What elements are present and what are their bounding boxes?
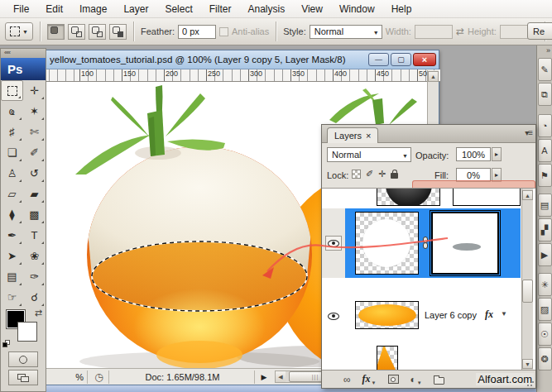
menu-item-analysis[interactable]: Analysis xyxy=(239,1,293,17)
lock-transparency-icon[interactable] xyxy=(352,170,361,179)
layer-comps-panel-icon[interactable]: ▞ xyxy=(538,218,552,241)
menu-item-filter[interactable]: Filter xyxy=(201,1,240,17)
dock-expand-icon[interactable]: » xyxy=(537,45,552,56)
horizontal-ruler[interactable]: 100150200250300350400450500 xyxy=(38,69,440,82)
visibility-toggle[interactable] xyxy=(324,308,343,324)
rectangular-marquee-tool[interactable] xyxy=(1,80,23,101)
layer-row-partial-bottom[interactable] xyxy=(322,342,521,370)
scroll-thumb[interactable] xyxy=(522,280,533,303)
menu-item-layer[interactable]: Layer xyxy=(115,1,156,17)
layers-list-scrollbar[interactable]: ▲ ▼ xyxy=(521,189,533,370)
link-mask-icon[interactable] xyxy=(422,237,429,250)
panel-menu-icon[interactable]: ▾≡ xyxy=(525,128,532,137)
default-colors-icon[interactable] xyxy=(2,340,11,347)
blend-mode-select[interactable]: Normal▼ xyxy=(327,147,411,162)
menu-item-window[interactable]: Window xyxy=(331,1,383,17)
lock-all-icon[interactable] xyxy=(391,173,398,179)
layer-name[interactable]: Layer 6 copy xyxy=(425,310,477,320)
anti-alias-checkbox[interactable] xyxy=(219,27,228,36)
layers-tab[interactable]: Layers × xyxy=(327,127,378,143)
scroll-down-icon[interactable]: ▼ xyxy=(522,359,533,369)
pen-tool[interactable]: ✒ xyxy=(1,225,23,246)
layer-thumbnail[interactable] xyxy=(355,301,419,329)
swap-dimensions-icon[interactable]: ⇄ xyxy=(456,26,464,37)
layer-thumbnail[interactable] xyxy=(377,188,440,206)
tool-preset-picker[interactable]: ▼ xyxy=(5,22,33,41)
eraser-tool[interactable]: ▱ xyxy=(1,184,23,204)
layer-thumbnail[interactable] xyxy=(355,212,419,275)
gradient-tool[interactable]: ▰ xyxy=(23,184,46,204)
custom-shape-tool[interactable]: ❀ xyxy=(23,246,46,266)
menu-item-select[interactable]: Select xyxy=(156,1,200,17)
info-panel-icon[interactable]: ☉ xyxy=(538,323,552,346)
scroll-left-icon[interactable]: ◀ xyxy=(276,371,286,382)
zoom-tool[interactable]: ☌ xyxy=(23,287,46,308)
panel-resize-grip[interactable] xyxy=(526,379,535,387)
menu-item-help[interactable]: Help xyxy=(383,1,420,17)
layer-mask-thumbnail[interactable] xyxy=(453,188,521,206)
toolbox-collapse-bar[interactable]: «« xyxy=(1,49,46,58)
adjustment-layer-icon[interactable]: ◐▼ xyxy=(410,374,422,385)
new-selection-button[interactable] xyxy=(47,24,65,40)
timer-icon[interactable]: ◷ xyxy=(89,370,109,384)
crop-tool[interactable]: ♯ xyxy=(1,122,23,142)
width-input[interactable] xyxy=(415,25,453,39)
dodge-tool[interactable]: ▩ xyxy=(23,204,46,225)
document-size-readout[interactable]: Doc: 1.65M/98.1M xyxy=(111,370,255,384)
brushes-panel-icon[interactable]: ✎ xyxy=(538,58,552,81)
paragraph-panel-icon[interactable]: ▤ xyxy=(538,194,552,217)
add-to-selection-button[interactable] xyxy=(68,24,85,40)
add-layer-style-icon[interactable]: fx▼ xyxy=(362,373,377,385)
swap-colors-icon[interactable]: ⇄ xyxy=(35,308,42,318)
clone-stamp-tool[interactable]: ♙ xyxy=(1,163,23,184)
visibility-toggle[interactable] xyxy=(324,235,343,251)
subtract-from-selection-button[interactable] xyxy=(89,24,106,40)
swatches-panel-icon[interactable]: ⚑ xyxy=(538,164,552,187)
menu-item-view[interactable]: View xyxy=(293,1,331,17)
slice-tool[interactable]: ✄ xyxy=(23,122,46,142)
scroll-up-icon[interactable]: ▲ xyxy=(522,190,533,200)
document-title-bar[interactable]: yellow_tomatoes_tutorial.psd @ 100% (Lay… xyxy=(38,50,439,69)
brush-tool[interactable]: ✐ xyxy=(23,142,46,163)
filter-gallery-panel-icon[interactable]: ✳ xyxy=(538,273,552,296)
layer-effects-badge[interactable]: fx xyxy=(485,308,493,321)
magic-wand-tool[interactable]: ✶ xyxy=(23,101,46,122)
status-menu-arrow-icon[interactable]: ▶ xyxy=(257,370,271,384)
link-layers-icon[interactable]: ∞ xyxy=(343,374,351,385)
close-button[interactable]: × xyxy=(413,53,436,66)
new-group-icon[interactable] xyxy=(434,377,444,385)
effects-expand-icon[interactable]: ▼ xyxy=(501,310,507,318)
layer-thumbnail[interactable] xyxy=(377,346,398,370)
healing-brush-tool[interactable]: ❏ xyxy=(1,142,23,163)
tab-close-icon[interactable]: × xyxy=(366,131,371,141)
screen-mode-button[interactable] xyxy=(8,370,38,385)
styles-panel-icon[interactable]: ◔ xyxy=(538,114,552,137)
feather-input[interactable] xyxy=(178,25,216,39)
menu-item-edit[interactable]: Edit xyxy=(37,1,71,17)
blur-tool[interactable]: ⧫ xyxy=(1,204,23,225)
add-layer-mask-icon[interactable] xyxy=(388,375,399,384)
scroll-up-icon[interactable]: ▲ xyxy=(428,71,439,82)
minimize-button[interactable]: — xyxy=(368,53,389,66)
history-brush-tool[interactable]: ↺ xyxy=(23,163,46,184)
hand-tool[interactable]: ☞ xyxy=(1,287,23,308)
opacity-value[interactable]: 100% xyxy=(456,147,491,161)
clone-source-panel-icon[interactable]: ⧉ xyxy=(538,83,552,106)
background-color-swatch[interactable] xyxy=(18,323,36,341)
type-tool[interactable]: T xyxy=(23,225,46,246)
character-panel-icon[interactable]: A xyxy=(538,139,552,162)
lock-paint-icon[interactable]: ✐ xyxy=(366,169,373,179)
layer-mask-thumbnail[interactable] xyxy=(431,212,499,275)
layer-row-layer6[interactable]: Layer 6 copy fx ▼ xyxy=(322,299,521,332)
menu-item-image[interactable]: Image xyxy=(71,1,115,17)
path-selection-tool[interactable]: ➤ xyxy=(1,246,23,266)
fill-spinner[interactable]: ▸ xyxy=(492,168,502,182)
intersect-selection-button[interactable] xyxy=(109,24,127,40)
lasso-tool[interactable]: ҩ xyxy=(1,101,23,122)
maximize-button[interactable]: ▢ xyxy=(391,53,411,66)
refine-edge-button[interactable]: Re xyxy=(527,22,552,40)
menu-item-file[interactable]: File xyxy=(5,1,37,17)
lock-position-icon[interactable]: ✛ xyxy=(378,169,386,179)
eyedropper-tool[interactable]: ✑ xyxy=(23,266,46,287)
notes-tool[interactable]: ▤ xyxy=(1,266,23,287)
